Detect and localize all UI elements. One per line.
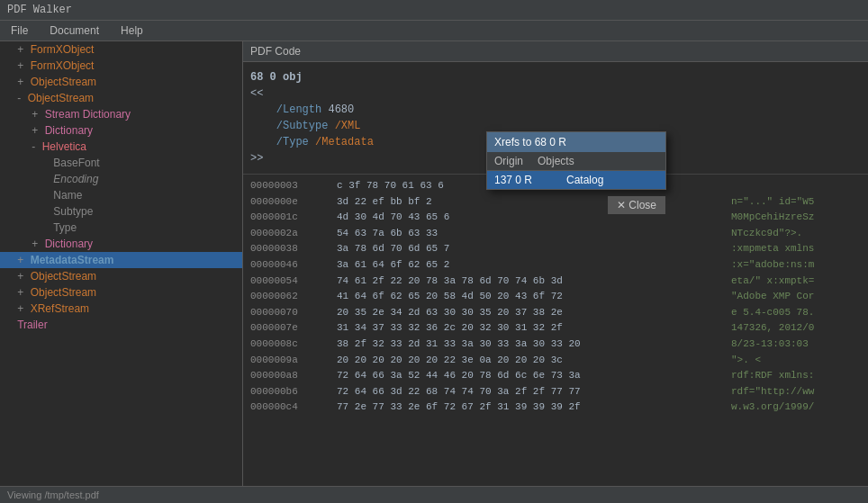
expand-icon-1: + xyxy=(17,43,23,56)
hex-addr: 00000046 xyxy=(243,257,333,274)
pdf-code-label: PDF Code xyxy=(250,45,301,58)
hex-addr: 000000b6 xyxy=(243,384,333,400)
title-bar: PDF Walker xyxy=(0,0,868,21)
hex-addr: 0000009a xyxy=(243,353,333,369)
hex-row: 00000046 3a 61 64 6f 62 65 2 :x="adobe:n… xyxy=(243,257,868,274)
hex-ascii: "Adobe XMP Cor xyxy=(724,289,868,305)
hex-addr: 0000008c xyxy=(243,337,333,353)
sidebar-item-basefont[interactable]: BaseFont xyxy=(0,155,242,171)
sidebar-item-metadatastream[interactable]: + MetadataStream xyxy=(0,252,242,268)
hex-row: 0000009a 20 20 20 20 20 20 22 3e 0a 20 2… xyxy=(243,353,868,369)
menu-document[interactable]: Document xyxy=(46,23,103,38)
hex-addr: 0000001c xyxy=(243,210,333,226)
hex-addr: 000000a8 xyxy=(243,368,333,384)
hex-bytes: 31 34 37 33 32 36 2c 20 32 30 31 32 2f xyxy=(333,320,724,337)
xrefs-popup: Xrefs to 68 0 R Origin Objects 137 0 R C… xyxy=(486,131,666,190)
hex-ascii: n="..." id="W5 xyxy=(724,194,868,211)
expand-icon-4: - xyxy=(17,92,21,104)
hex-ascii xyxy=(724,178,868,194)
sidebar-item-objstream-2[interactable]: - ObjectStream xyxy=(0,90,242,106)
hex-addr: 000000c4 xyxy=(243,400,333,416)
hex-addr: 00000003 xyxy=(243,178,333,194)
hex-bytes: 54 63 7a 6b 63 33 xyxy=(333,226,724,242)
hex-addr: 00000070 xyxy=(243,305,333,321)
hex-row: 0000000e 3d 22 ef bb bf 2 n="..." id="W5 xyxy=(243,194,868,211)
status-bar: Viewing /tmp/test.pdf xyxy=(0,486,868,503)
hex-row: 0000002a 54 63 7a 6b 63 33 NTczkc9d"?>. xyxy=(243,226,868,242)
hex-addr: 00000054 xyxy=(243,274,333,290)
hex-bytes: 77 2e 77 33 2e 6f 72 67 2f 31 39 39 39 2… xyxy=(333,400,724,416)
expand-icon-12: + xyxy=(17,302,23,315)
hex-addr: 0000007e xyxy=(243,320,333,337)
hex-bytes: 3a 78 6d 70 6d 65 7 xyxy=(333,241,724,257)
hex-bytes: 72 64 66 3a 52 44 46 20 78 6d 6c 6e 73 3… xyxy=(333,368,724,384)
hex-bytes: 3a 61 64 6f 62 65 2 xyxy=(333,257,724,274)
sidebar-item-formxobj-2[interactable]: + FormXObject xyxy=(0,58,242,74)
expand-icon-10: + xyxy=(17,270,23,283)
key-type: /Type xyxy=(276,136,309,148)
expand-icon-8: + xyxy=(32,238,38,250)
xrefs-header: Origin Objects xyxy=(487,152,665,171)
menu-help[interactable]: Help xyxy=(117,23,147,38)
sidebar-item-name[interactable]: Name xyxy=(0,187,242,203)
hex-ascii: rdf="http://ww xyxy=(724,384,868,400)
hex-ascii: 8/23-13:03:03 xyxy=(724,337,868,353)
hex-bytes: 74 61 2f 22 20 78 3a 78 6d 70 74 6b 3d xyxy=(333,274,724,290)
app-title: PDF Walker xyxy=(7,4,72,16)
hex-table: 00000003 c 3f 78 70 61 63 6 0000000e 3d … xyxy=(243,178,868,416)
hex-bytes: 20 35 2e 34 2d 63 30 30 35 20 37 38 2e xyxy=(333,305,724,321)
pdf-line-3: /Length 4680 xyxy=(250,102,861,118)
expand-icon-9: + xyxy=(17,254,23,266)
menu-file[interactable]: File xyxy=(7,23,32,38)
hex-row: 00000070 20 35 2e 34 2d 63 30 30 35 20 3… xyxy=(243,305,868,321)
hex-ascii: ">. < xyxy=(724,353,868,369)
xrefs-row-1[interactable]: 137 0 R Catalog xyxy=(487,171,665,189)
sidebar-item-type[interactable]: Type xyxy=(0,220,242,236)
expand-icon-5: + xyxy=(32,108,38,121)
pdf-end: >> xyxy=(250,152,263,165)
hex-ascii: 147326, 2012/0 xyxy=(724,320,868,337)
xrefs-title: Xrefs to 68 0 R xyxy=(487,132,665,152)
hex-row: 000000b6 72 64 66 3d 22 68 74 74 70 3a 2… xyxy=(243,384,868,400)
xrefs-objects-val: Catalog xyxy=(559,171,610,189)
hex-ascii: eta/" x:xmptk= xyxy=(724,274,868,290)
hex-row: 00000054 74 61 2f 22 20 78 3a 78 6d 70 7… xyxy=(243,274,868,290)
sidebar-item-formxobj-1[interactable]: + FormXObject xyxy=(0,41,242,58)
hex-addr: 00000038 xyxy=(243,241,333,257)
hex-row: 00000038 3a 78 6d 70 6d 65 7 :xmpmeta xm… xyxy=(243,241,868,257)
sidebar-item-objstream-3[interactable]: + ObjectStream xyxy=(0,268,242,284)
status-text: Viewing /tmp/test.pdf xyxy=(7,490,99,500)
xrefs-col-origin: Origin xyxy=(487,152,530,170)
obj-header: 68 0 obj xyxy=(250,71,303,84)
expand-icon-7: - xyxy=(32,140,35,153)
sidebar-item-stream-dict[interactable]: + Stream Dictionary xyxy=(0,106,242,122)
expand-icon-3: + xyxy=(17,76,23,88)
sidebar-item-objstream-4[interactable]: + ObjectStream xyxy=(0,284,242,301)
hex-addr: 0000000e xyxy=(243,194,333,211)
sidebar-item-dictionary-2[interactable]: + Dictionary xyxy=(0,236,242,252)
pdf-line-2: << xyxy=(250,85,861,102)
sidebar-item-encoding[interactable]: Encoding xyxy=(0,171,242,187)
pdf-panel-header: PDF Code xyxy=(243,41,868,62)
key-subtype: /Subtype xyxy=(276,120,329,132)
sidebar-item-objstream-1[interactable]: + ObjectStream xyxy=(0,74,242,90)
main-content: + FormXObject + FormXObject + ObjectStre… xyxy=(0,41,868,486)
val-subtype: /XML xyxy=(335,120,361,132)
sidebar-item-subtype[interactable]: Subtype xyxy=(0,203,242,220)
hex-row: 0000001c 4d 30 4d 70 43 65 6 M0MpCehiHzr… xyxy=(243,210,868,226)
hex-ascii: NTczkc9d"?>. xyxy=(724,226,868,242)
hex-ascii: e 5.4-c005 78. xyxy=(724,305,868,321)
xrefs-close-button[interactable]: ✕ Close xyxy=(608,196,665,214)
hex-bytes: 72 64 66 3d 22 68 74 74 70 3a 2f 2f 77 7… xyxy=(333,384,724,400)
hex-bytes: 38 2f 32 33 2d 31 33 3a 30 33 3a 30 33 2… xyxy=(333,337,724,353)
sidebar-item-trailer[interactable]: Trailer xyxy=(0,317,242,333)
hex-row: 000000c4 77 2e 77 33 2e 6f 72 67 2f 31 3… xyxy=(243,400,868,416)
pdf-begin: << xyxy=(250,87,263,100)
hex-row: 0000008c 38 2f 32 33 2d 31 33 3a 30 33 3… xyxy=(243,337,868,353)
sidebar-item-dictionary-1[interactable]: + Dictionary xyxy=(0,122,242,139)
sidebar-item-helvetica[interactable]: - Helvetica xyxy=(0,139,242,155)
sidebar[interactable]: + FormXObject + FormXObject + ObjectStre… xyxy=(0,41,243,486)
key-length: /Length xyxy=(276,103,321,116)
pdf-line-1: 68 0 obj xyxy=(250,69,861,85)
sidebar-item-xrefstream[interactable]: + XRefStream xyxy=(0,301,242,317)
